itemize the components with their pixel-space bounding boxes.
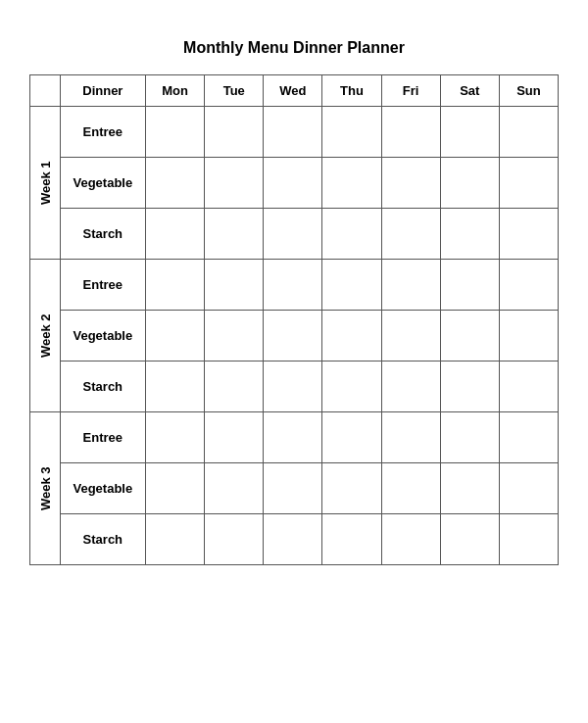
week-3-vegetable-day-2[interactable] [205,463,264,514]
table-row: Starch [30,362,559,412]
week-2-starch-day-6[interactable] [440,362,499,412]
header-row: Dinner Mon Tue Wed Thu Fri Sat Sun [30,75,559,107]
page-title: Monthly Menu Dinner Planner [29,39,559,57]
table-body: Week 1EntreeVegetableStarchWeek 2EntreeV… [30,107,559,565]
week-1-starch-day-5[interactable] [381,209,440,260]
week-1-entree-day-2[interactable] [205,107,264,158]
page-container: Monthly Menu Dinner Planner Dinner Mon T… [20,20,568,585]
week-2-vegetable-day-4[interactable] [322,311,381,362]
week-1-starch-day-4[interactable] [322,209,381,260]
table-row: Vegetable [30,463,559,514]
week-2-entree-day-4[interactable] [322,260,381,311]
week-2-vegetable-day-5[interactable] [381,311,440,362]
week-3-vegetable-label: Vegetable [60,463,145,514]
week-3-entree-day-6[interactable] [440,412,499,463]
week-1-entree-day-4[interactable] [322,107,381,158]
week-2-entree-day-3[interactable] [264,260,322,311]
week-2-vegetable-day-3[interactable] [264,311,322,362]
week-3-vegetable-day-3[interactable] [264,463,322,514]
week-3-starch-day-3[interactable] [264,514,322,565]
week-1-vegetable-day-4[interactable] [322,158,381,209]
week-2-vegetable-day-7[interactable] [499,311,558,362]
corner-cell-week [30,75,61,107]
week-2-vegetable-label: Vegetable [60,311,145,362]
week-1-vegetable-day-7[interactable] [499,158,558,209]
week-3-entree-day-2[interactable] [205,412,264,463]
week-3-starch-day-4[interactable] [322,514,381,565]
week-1-starch-day-7[interactable] [499,209,558,260]
week-1-entree-day-6[interactable] [440,107,499,158]
week-1-vegetable-day-2[interactable] [205,158,264,209]
week-3-entree-day-5[interactable] [381,412,440,463]
week-1-starch-label: Starch [60,209,145,260]
week-1-entree-day-1[interactable] [146,107,205,158]
week-2-vegetable-day-2[interactable] [205,311,264,362]
week-1-starch-day-3[interactable] [264,209,322,260]
week-1-entree-label: Entree [60,107,145,158]
week-3-starch-day-2[interactable] [205,514,264,565]
week-2-starch-day-4[interactable] [322,362,381,412]
week-3-starch-day-5[interactable] [381,514,440,565]
week-1-vegetable-day-5[interactable] [381,158,440,209]
table-row: Week 3Entree [30,412,559,463]
thu-header: Thu [322,75,381,107]
week-2-entree-day-2[interactable] [205,260,264,311]
week-1-entree-day-3[interactable] [264,107,322,158]
table-row: Vegetable [30,158,559,209]
planner-table: Dinner Mon Tue Wed Thu Fri Sat Sun Week … [29,74,559,565]
week-3-label: Week 3 [30,412,61,565]
week-2-entree-day-5[interactable] [381,260,440,311]
week-3-vegetable-day-6[interactable] [440,463,499,514]
week-3-vegetable-day-1[interactable] [146,463,205,514]
week-3-starch-day-1[interactable] [146,514,205,565]
table-row: Vegetable [30,311,559,362]
fri-header: Fri [381,75,440,107]
table-row: Week 2Entree [30,260,559,311]
week-1-vegetable-day-6[interactable] [440,158,499,209]
week-1-vegetable-day-1[interactable] [146,158,205,209]
wed-header: Wed [264,75,322,107]
week-3-entree-day-1[interactable] [146,412,205,463]
week-2-vegetable-day-6[interactable] [440,311,499,362]
table-row: Week 1Entree [30,107,559,158]
table-row: Starch [30,209,559,260]
week-2-entree-day-6[interactable] [440,260,499,311]
week-1-vegetable-day-3[interactable] [264,158,322,209]
week-3-entree-day-4[interactable] [322,412,381,463]
week-1-vegetable-label: Vegetable [60,158,145,209]
week-3-starch-day-6[interactable] [440,514,499,565]
week-3-starch-day-7[interactable] [499,514,558,565]
week-1-starch-day-1[interactable] [146,209,205,260]
week-2-entree-label: Entree [60,260,145,311]
week-3-entree-label: Entree [60,412,145,463]
week-2-starch-day-2[interactable] [205,362,264,412]
week-3-entree-day-7[interactable] [499,412,558,463]
sun-header: Sun [499,75,558,107]
week-3-entree-day-3[interactable] [264,412,322,463]
table-row: Starch [30,514,559,565]
week-1-entree-day-5[interactable] [381,107,440,158]
week-2-starch-label: Starch [60,362,145,412]
week-3-vegetable-day-5[interactable] [381,463,440,514]
week-2-entree-day-7[interactable] [499,260,558,311]
week-2-starch-day-3[interactable] [264,362,322,412]
tue-header: Tue [205,75,264,107]
week-2-starch-day-5[interactable] [381,362,440,412]
week-3-starch-label: Starch [60,514,145,565]
week-2-label: Week 2 [30,260,61,412]
week-3-vegetable-day-7[interactable] [499,463,558,514]
week-2-entree-day-1[interactable] [146,260,205,311]
week-1-starch-day-2[interactable] [205,209,264,260]
week-2-vegetable-day-1[interactable] [146,311,205,362]
week-1-entree-day-7[interactable] [499,107,558,158]
mon-header: Mon [146,75,205,107]
dinner-column-header: Dinner [60,75,145,107]
week-1-label: Week 1 [30,107,61,260]
week-1-starch-day-6[interactable] [440,209,499,260]
week-3-vegetable-day-4[interactable] [322,463,381,514]
sat-header: Sat [440,75,499,107]
week-2-starch-day-1[interactable] [146,362,205,412]
week-2-starch-day-7[interactable] [499,362,558,412]
